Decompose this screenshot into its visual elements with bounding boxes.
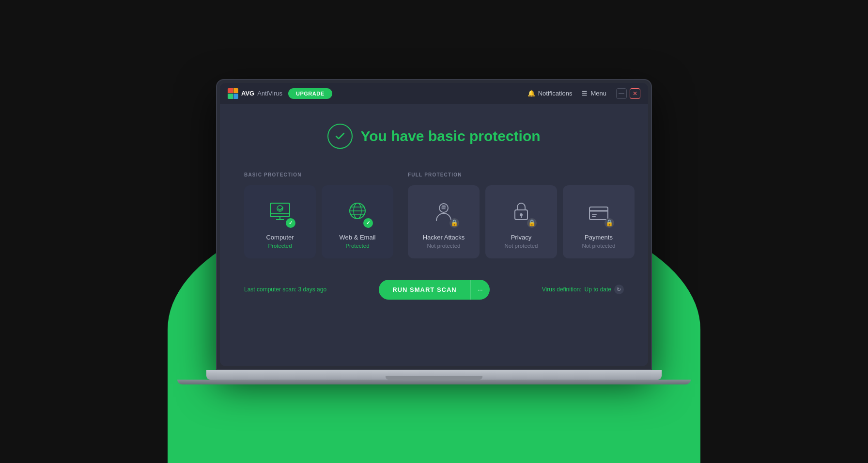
- privacy-card-name: Privacy: [511, 234, 532, 241]
- basic-cards-container: ✓ Computer Protected: [244, 185, 393, 258]
- computer-card-name: Computer: [266, 234, 294, 241]
- payments-card-name: Payments: [585, 234, 613, 241]
- menu-button[interactable]: ☰ Menu: [582, 90, 606, 97]
- run-smart-scan-button[interactable]: RUN SMART SCAN: [379, 280, 470, 300]
- computer-icon-wrap: ✓: [264, 197, 295, 228]
- last-scan-info: Last computer scan: 3 days ago: [244, 286, 326, 293]
- hacker-attacks-badge: 🔒: [450, 218, 459, 228]
- status-check-circle: [327, 124, 353, 149]
- avg-logo: AVG AntiVirus: [228, 88, 282, 99]
- bottom-bar: Last computer scan: 3 days ago RUN SMART…: [244, 280, 624, 300]
- computer-card[interactable]: ✓ Computer Protected: [244, 185, 316, 258]
- computer-badge: ✓: [286, 218, 295, 228]
- bell-icon: 🔔: [527, 90, 535, 97]
- minimize-button[interactable]: —: [616, 88, 627, 99]
- avg-logo-icon: [228, 88, 238, 99]
- privacy-badge: 🔒: [527, 218, 537, 228]
- scan-more-options-button[interactable]: ···: [470, 280, 490, 300]
- laptop-screen-inner: AVG AntiVirus UPGRADE 🔔 Notifications ☰ …: [220, 83, 648, 366]
- privacy-card[interactable]: 🔒 Privacy Not protected: [485, 185, 557, 258]
- title-bar-right: 🔔 Notifications ☰ Menu — ✕: [527, 88, 640, 99]
- svg-rect-13: [442, 205, 446, 208]
- web-email-card[interactable]: ✓ Web & Email Protected: [322, 185, 393, 258]
- last-scan-label: Last computer scan:: [244, 286, 298, 293]
- hacker-attacks-card-status: Not protected: [427, 243, 460, 249]
- laptop-foot: [177, 380, 691, 384]
- hacker-attacks-icon-wrap: 🔒: [428, 197, 459, 228]
- basic-protection-section: BASIC PROTECTION: [244, 172, 393, 258]
- notifications-label: Notifications: [538, 90, 573, 97]
- payments-icon-wrap: 🔒: [583, 197, 614, 228]
- hacker-attacks-card[interactable]: 🔒 Hacker Attacks Not protected: [408, 185, 480, 258]
- web-email-card-status: Protected: [345, 243, 369, 249]
- web-email-card-name: Web & Email: [340, 234, 376, 241]
- sections-container: BASIC PROTECTION: [244, 172, 624, 258]
- web-email-icon-wrap: ✓: [342, 197, 373, 228]
- status-title-highlight: basic protection: [428, 128, 541, 144]
- full-protection-label: FULL PROTECTION: [408, 172, 635, 177]
- laptop-wrapper: AVG AntiVirus UPGRADE 🔔 Notifications ☰ …: [177, 79, 691, 384]
- upgrade-button[interactable]: UPGRADE: [288, 88, 332, 99]
- refresh-button[interactable]: ↻: [614, 285, 624, 294]
- main-content: You have basic protection BASIC PROTECTI…: [220, 104, 648, 366]
- laptop-base: [206, 370, 662, 380]
- last-scan-value: 3 days ago: [298, 286, 326, 293]
- basic-protection-label: BASIC PROTECTION: [244, 172, 393, 177]
- notifications-button[interactable]: 🔔 Notifications: [527, 90, 573, 97]
- status-header: You have basic protection: [244, 124, 624, 149]
- avg-product-label: AntiVirus: [257, 90, 282, 97]
- title-bar: AVG AntiVirus UPGRADE 🔔 Notifications ☰ …: [220, 83, 648, 104]
- status-title-prefix: You have: [360, 128, 428, 144]
- hamburger-icon: ☰: [582, 90, 588, 97]
- computer-card-status: Protected: [268, 243, 292, 249]
- status-title: You have basic protection: [360, 128, 540, 144]
- close-button[interactable]: ✕: [630, 88, 640, 99]
- virus-definition-info: Virus definition: Up to date ↻: [542, 285, 624, 294]
- hacker-attacks-card-name: Hacker Attacks: [423, 234, 465, 241]
- full-protection-section: FULL PROTECTION: [408, 172, 635, 258]
- full-cards-container: 🔒 Hacker Attacks Not protected: [408, 185, 635, 258]
- svg-rect-18: [589, 207, 608, 220]
- privacy-icon-wrap: 🔒: [506, 197, 537, 228]
- laptop-screen-outer: AVG AntiVirus UPGRADE 🔔 Notifications ☰ …: [216, 79, 652, 370]
- title-bar-left: AVG AntiVirus UPGRADE: [228, 88, 332, 99]
- scan-button-group: RUN SMART SCAN ···: [379, 280, 489, 300]
- avg-brand-label: AVG: [241, 90, 254, 97]
- privacy-card-status: Not protected: [504, 243, 538, 249]
- payments-card[interactable]: 🔒 Payments Not protected: [563, 185, 635, 258]
- menu-label: Menu: [590, 90, 606, 97]
- virus-def-value: Up to date: [585, 286, 611, 293]
- virus-def-label: Virus definition:: [542, 286, 582, 293]
- window-controls: — ✕: [616, 88, 640, 99]
- payments-badge: 🔒: [604, 218, 614, 228]
- web-email-badge: ✓: [363, 218, 373, 228]
- payments-card-status: Not protected: [582, 243, 615, 249]
